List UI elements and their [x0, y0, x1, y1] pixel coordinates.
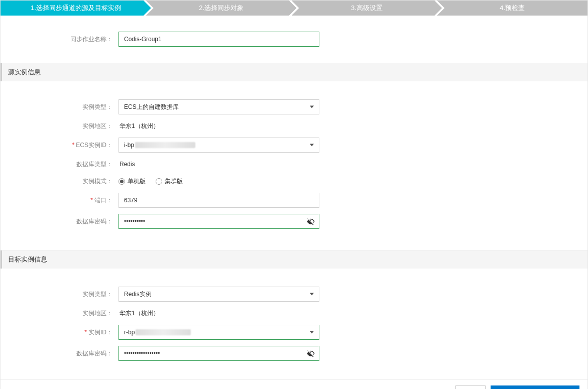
- wizard-footer: 取消 授权白名单并进入下一步: [1, 379, 587, 389]
- source-port-input[interactable]: [119, 193, 319, 208]
- target-instance-id-label: *实例ID：: [1, 328, 119, 337]
- wizard-step-3[interactable]: 3.高级设置: [292, 1, 442, 16]
- source-port-label: *端口：: [1, 196, 119, 205]
- eye-off-icon[interactable]: [306, 349, 315, 358]
- source-db-password-label: 数据库密码：: [1, 217, 119, 226]
- source-mode-radio-group: 单机版 集群版: [119, 177, 183, 186]
- wizard-step-4[interactable]: 4.预检查: [437, 1, 587, 16]
- source-instance-panel: 源实例信息 实例类型： ECS上的自建数据库 实例地区： 华东1（杭州）: [1, 63, 587, 247]
- wizard-step-1[interactable]: 1.选择同步通道的源及目标实例: [1, 1, 151, 16]
- required-marker: *: [84, 329, 87, 336]
- wizard-stepbar: 1.选择同步通道的源及目标实例 2.选择同步对象 3.高级设置 4.预检查: [1, 1, 587, 16]
- chevron-down-icon: [310, 144, 314, 147]
- radio-on-icon: [119, 178, 125, 185]
- source-ecs-id-prefix: i-bp: [124, 142, 134, 149]
- target-db-password-input[interactable]: [119, 346, 319, 361]
- required-marker: *: [90, 197, 93, 204]
- authorize-and-next-button[interactable]: 授权白名单并进入下一步: [491, 385, 579, 389]
- masked-text: [135, 142, 195, 148]
- source-instance-type-value: ECS上的自建数据库: [124, 103, 179, 110]
- source-ecs-id-combo[interactable]: i-bp: [119, 138, 319, 153]
- required-marker: *: [72, 142, 75, 149]
- source-mode-single-text: 单机版: [128, 177, 146, 186]
- radio-off-icon: [156, 178, 162, 185]
- eye-off-icon[interactable]: [306, 217, 315, 226]
- target-instance-type-value: Redis实例: [124, 291, 152, 298]
- sync-wizard-page: 1.选择同步通道的源及目标实例 2.选择同步对象 3.高级设置 4.预检查 同步…: [0, 0, 588, 389]
- source-panel-title: 源实例信息: [1, 63, 587, 81]
- source-mode-cluster-text: 集群版: [165, 177, 183, 186]
- source-db-password-input[interactable]: [119, 214, 319, 229]
- source-db-type-label: 数据库类型：: [1, 160, 119, 169]
- chevron-down-icon: [310, 331, 314, 334]
- chevron-down-icon: [310, 293, 314, 296]
- source-region-label: 实例地区：: [1, 122, 119, 131]
- source-db-type-value: Redis: [119, 161, 135, 168]
- source-ecs-id-label: *ECS实例ID：: [1, 141, 119, 150]
- masked-text: [136, 329, 191, 335]
- target-panel-title: 目标实例信息: [1, 250, 587, 269]
- source-region-value: 华东1（杭州）: [119, 122, 159, 131]
- target-instance-panel: 目标实例信息 实例类型： Redis实例 实例地区： 华东1（杭州）: [1, 250, 587, 379]
- wizard-step-2[interactable]: 2.选择同步对象: [146, 1, 297, 16]
- source-mode-single-radio[interactable]: 单机版: [119, 177, 146, 186]
- target-instance-id-prefix: r-bp: [124, 329, 135, 336]
- cancel-button[interactable]: 取消: [455, 385, 486, 389]
- target-instance-type-label: 实例类型：: [1, 290, 119, 299]
- chevron-down-icon: [310, 106, 314, 108]
- sync-job-name-label: 同步作业名称：: [1, 35, 119, 44]
- source-instance-type-label: 实例类型：: [1, 103, 119, 111]
- target-region-value: 华东1（杭州）: [119, 309, 159, 318]
- target-db-password-label: 数据库密码：: [1, 349, 119, 358]
- sync-job-name-input[interactable]: [119, 32, 319, 47]
- target-instance-type-select[interactable]: Redis实例: [119, 287, 319, 302]
- source-mode-cluster-radio[interactable]: 集群版: [156, 177, 183, 186]
- source-mode-label: 实例模式：: [1, 177, 119, 186]
- target-region-label: 实例地区：: [1, 309, 119, 318]
- source-instance-type-select[interactable]: ECS上的自建数据库: [119, 99, 319, 114]
- job-name-area: 同步作业名称：: [1, 16, 587, 63]
- target-instance-id-combo[interactable]: r-bp: [119, 325, 319, 340]
